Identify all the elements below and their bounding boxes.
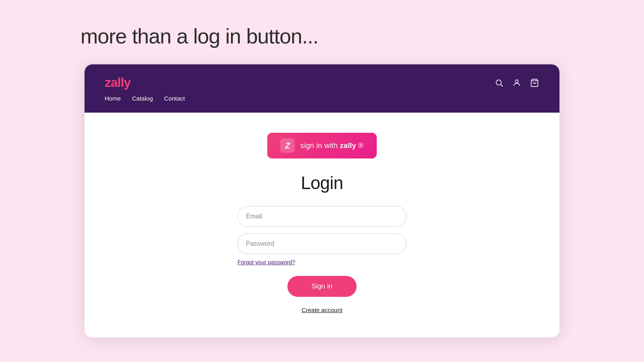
svg-line-1 bbox=[501, 84, 503, 86]
nav-icons bbox=[494, 78, 539, 88]
nav-links: Home Catalog Contact bbox=[105, 95, 539, 102]
svg-point-2 bbox=[515, 80, 518, 82]
password-input[interactable] bbox=[237, 233, 407, 254]
content-area: Z sign in with zally ® Login Forgot your… bbox=[85, 113, 559, 337]
login-title: Login bbox=[301, 173, 343, 193]
nav-link-contact[interactable]: Contact bbox=[164, 95, 185, 102]
forgot-password-link[interactable]: Forgot your password? bbox=[237, 259, 295, 265]
sign-in-with-zally-button[interactable]: Z sign in with zally ® bbox=[267, 133, 376, 158]
cart-icon[interactable] bbox=[530, 78, 539, 88]
sign-in-zally-text: sign in with zally ® bbox=[300, 142, 363, 150]
svg-point-0 bbox=[496, 80, 502, 85]
navbar-top: zally bbox=[105, 75, 539, 90]
sign-in-button[interactable]: Sign in bbox=[287, 276, 357, 297]
browser-window: zally Home Catalog Contact bbox=[85, 64, 559, 337]
create-account-link[interactable]: Create account bbox=[301, 306, 343, 313]
user-icon[interactable] bbox=[512, 78, 522, 88]
search-icon[interactable] bbox=[494, 78, 504, 88]
zally-z-icon: Z bbox=[280, 138, 295, 153]
nav-link-catalog[interactable]: Catalog bbox=[132, 95, 153, 102]
nav-link-home[interactable]: Home bbox=[105, 95, 121, 102]
email-input[interactable] bbox=[237, 206, 407, 227]
tagline: more than a log in button... bbox=[0, 0, 644, 64]
logo[interactable]: zally bbox=[105, 75, 130, 90]
navbar: zally Home Catalog Contact bbox=[85, 64, 559, 113]
login-form: Forgot your password? Sign in Create acc… bbox=[237, 206, 407, 313]
